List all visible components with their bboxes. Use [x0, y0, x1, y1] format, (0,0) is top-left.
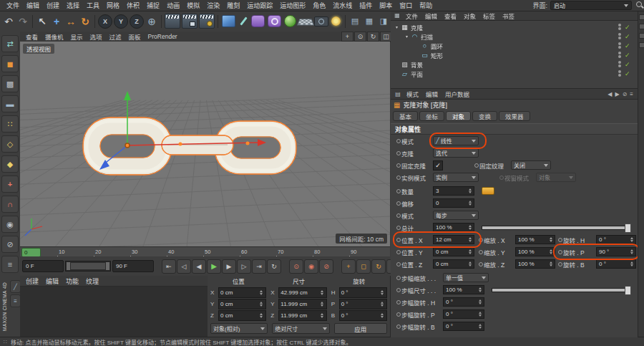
toolbar-separator[interactable]	[94, 15, 95, 28]
rotate-view-button[interactable]: ↻	[367, 32, 379, 42]
dock-tab-icon[interactable]	[639, 14, 644, 20]
search-icon[interactable]	[636, 1, 644, 9]
zoom-view-button[interactable]: ⊙	[354, 32, 366, 42]
render-picture-viewer-button[interactable]	[182, 14, 197, 29]
menu-item[interactable]: 运动图形	[276, 1, 309, 10]
render-view-button[interactable]	[165, 14, 180, 29]
spinner-icon[interactable]	[467, 187, 473, 195]
fixed-clone-checkbox[interactable]	[433, 160, 443, 170]
enable-toggle[interactable]: ✓	[625, 42, 635, 49]
object-row[interactable]: ○ 圆环 ✓	[391, 41, 638, 50]
step-size-input[interactable]: 100 %	[443, 285, 484, 294]
viewport-menu-item[interactable]: 显示	[67, 32, 87, 41]
key-circle-icon[interactable]	[557, 262, 563, 266]
play-button[interactable]: ▶	[207, 259, 221, 274]
key-circle-icon[interactable]	[395, 213, 401, 218]
menu-item[interactable]: 选择	[63, 1, 83, 10]
spinner-icon[interactable]	[379, 312, 385, 319]
visibility-toggles[interactable]	[618, 52, 621, 58]
step-rotation-p-input[interactable]: 0 °	[443, 309, 484, 319]
count-slider[interactable]	[482, 187, 494, 195]
menu-item[interactable]: 插件	[356, 1, 376, 10]
autokeying-button[interactable]: ◉	[304, 259, 318, 274]
object-row[interactable]: ▾ ◠ 扫描 ✓	[391, 32, 638, 41]
scale-z-input[interactable]: 100 %	[515, 259, 555, 269]
om-menu-item[interactable]: 查看	[441, 11, 460, 20]
enable-toggle[interactable]: ✓	[625, 61, 635, 68]
spinner-icon[interactable]	[258, 289, 264, 297]
key-circle-icon[interactable]	[395, 288, 401, 292]
total-input[interactable]: 100 %	[433, 223, 474, 232]
loop-mode-button[interactable]: ↻	[267, 259, 281, 274]
record-scale-toggle[interactable]: ◻	[356, 259, 371, 274]
timeline-scroller[interactable]	[65, 261, 111, 271]
menu-item[interactable]: 脚本	[376, 1, 396, 10]
坐标[interactable]: 坐标	[419, 111, 444, 121]
key-circle-icon[interactable]	[395, 151, 401, 155]
scale-tool[interactable]: ↔	[64, 14, 78, 29]
move-tool[interactable]: +	[49, 14, 64, 29]
primitive-cube-menu[interactable]	[222, 15, 235, 27]
split-view-button[interactable]: ◨	[376, 14, 391, 29]
object-label[interactable]: 平面	[411, 69, 423, 78]
enable-toggle[interactable]: ✓	[625, 52, 635, 59]
material-list[interactable]	[20, 287, 208, 337]
attributes-menu-button[interactable]: ≡	[630, 91, 633, 97]
key-circle-icon[interactable]	[395, 176, 401, 180]
viewport-menu-item[interactable]: 查看	[22, 32, 42, 41]
expand-icon[interactable]: ▾	[394, 24, 400, 29]
display-layout-button[interactable]: ▤	[348, 14, 362, 29]
make-editable-button[interactable]: ⇄	[1, 35, 19, 52]
x-axis-lock-button[interactable]: X	[98, 14, 112, 29]
rotate-tool[interactable]: ↻	[78, 14, 92, 29]
om-menu-item[interactable]: 对象	[460, 11, 479, 20]
enable-axis-button[interactable]: +	[1, 176, 19, 193]
object-row[interactable]: ▱ 平面 ✓	[391, 69, 638, 78]
record-rotation-toggle[interactable]: ↻	[371, 259, 386, 274]
y-axis-lock-button[interactable]: Y	[114, 14, 128, 29]
spinner-icon[interactable]	[319, 312, 325, 319]
position-x-input[interactable]: 12 cm	[433, 235, 474, 244]
spinner-icon[interactable]	[379, 289, 385, 297]
rotation-h-input[interactable]: 0 °	[596, 235, 636, 244]
visibility-toggles[interactable]	[618, 42, 621, 49]
subdivision-surface-menu[interactable]	[251, 15, 265, 27]
viewport-menu-item[interactable]: 摄像机	[42, 32, 67, 41]
spinner-icon[interactable]	[258, 312, 264, 319]
viewport-menu-item[interactable]: 选项	[87, 32, 106, 41]
menu-item[interactable]: 捕捉	[143, 1, 163, 10]
pan-view-button[interactable]: +	[341, 32, 353, 42]
menu-item[interactable]: 体积	[123, 1, 143, 10]
toolbar-separator[interactable]	[32, 15, 33, 28]
live-selection-tool[interactable]: ↖	[35, 14, 49, 29]
rotation-p-input[interactable]: 90 °	[596, 247, 636, 256]
spinner-icon[interactable]	[258, 300, 264, 308]
object-label[interactable]: 背景	[411, 60, 423, 69]
goto-end-button[interactable]: ⇥	[252, 259, 266, 274]
step-rotation-h-input[interactable]: 0 °	[443, 297, 484, 307]
key-circle-icon[interactable]	[473, 163, 479, 168]
基本[interactable]: 基本	[393, 111, 418, 121]
menu-item[interactable]: 编辑	[23, 1, 43, 10]
menu-item[interactable]: 窗口	[396, 1, 416, 10]
view-label[interactable]: 透视视图	[23, 44, 54, 54]
polygons-mode-button[interactable]: ◆	[1, 155, 19, 173]
material-menu-item[interactable]: 纹理	[82, 277, 102, 286]
step-rotation-b-input[interactable]: 0 °	[443, 322, 484, 331]
offset-input[interactable]: 0	[433, 198, 474, 208]
prev-frame-button[interactable]: ◀	[192, 259, 206, 274]
toolbar-separator[interactable]	[161, 15, 162, 28]
record-keyframe-button[interactable]: ⊙	[289, 259, 303, 274]
keyframe-selection-button[interactable]: ⊘	[319, 259, 333, 274]
attribute-menu-item[interactable]: 编辑	[422, 90, 441, 98]
perspective-viewport[interactable]: 透视视图 网格间距: 10 cm	[20, 42, 390, 246]
visibility-toggles[interactable]	[618, 61, 621, 67]
attribute-menu-item[interactable]: 用户数据	[441, 90, 473, 98]
spinner-icon[interactable]	[467, 224, 473, 231]
object-label[interactable]: 矩形	[431, 51, 443, 59]
coords-input[interactable]: 0 cm	[218, 310, 266, 321]
key-circle-icon[interactable]	[395, 139, 401, 143]
history-forward-button[interactable]: ▶	[615, 91, 619, 97]
menu-item[interactable]: 角色	[309, 1, 329, 10]
total-slider[interactable]	[482, 226, 630, 230]
